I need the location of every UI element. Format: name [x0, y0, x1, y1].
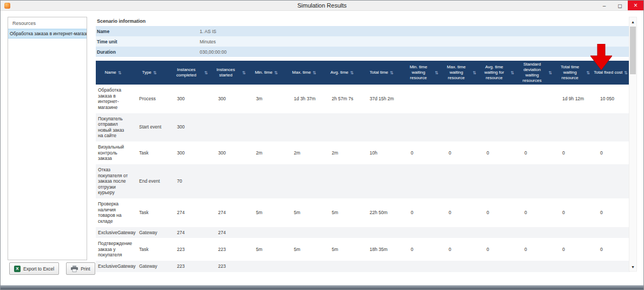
cell: [323, 272, 361, 273]
cell: [516, 85, 554, 113]
scroll-up-icon[interactable]: ▲: [629, 17, 636, 26]
export-to-excel-button[interactable]: X Export to Excel: [9, 262, 59, 275]
window-title: Simulation Results: [1, 2, 643, 9]
column-header[interactable]: Instances started⇅: [209, 61, 247, 85]
cell: 274: [168, 227, 209, 239]
table-row[interactable]: Заказ был отменен на начальном этапеEnd …: [96, 272, 630, 273]
cell: Gateway: [130, 261, 168, 272]
column-header[interactable]: Standard deviation waiting resources⇅: [516, 61, 554, 85]
cell: 0: [402, 198, 440, 227]
cell: 0: [592, 141, 630, 164]
column-header[interactable]: Min. time⇅: [247, 61, 285, 85]
titlebar: Simulation Results – ◻ ×: [1, 1, 643, 11]
column-header-label: Max. time: [292, 70, 311, 75]
sort-icon[interactable]: ⇅: [350, 70, 354, 75]
cell: [554, 261, 592, 272]
vertical-scrollbar[interactable]: ▲ ▼: [629, 17, 637, 272]
column-header[interactable]: Type⇅: [130, 61, 168, 85]
table-row[interactable]: Подтверждение заказа у покупателяTask223…: [96, 238, 630, 261]
scenario-row-label: Duration: [96, 49, 200, 55]
cell: 0: [402, 238, 440, 261]
cell: 300: [209, 141, 247, 164]
cell: [402, 85, 440, 113]
table-row[interactable]: Покупатель отправил новый заказ на сайте…: [96, 113, 630, 142]
sort-icon[interactable]: ⇅: [312, 70, 316, 75]
column-header[interactable]: Avg. time waiting for resource⇅: [478, 61, 516, 85]
cell-name: Подтверждение заказа у покупателя: [96, 238, 130, 261]
cell: [592, 227, 630, 239]
cell: [516, 113, 554, 142]
sidebar-item-process[interactable]: Обработка заказа в интернет-магазине: [8, 29, 87, 38]
cell: [478, 227, 516, 239]
sort-icon[interactable]: ⇅: [510, 70, 514, 75]
table-row[interactable]: Отказ покупателя от заказа после отгрузк…: [96, 164, 630, 198]
cell-name: ExclusiveGateway: [96, 261, 130, 272]
resources-panel: Resources Обработка заказа в интернет-ма…: [8, 17, 87, 260]
table-header-row: Name⇅Type⇅Instances completed⇅Instances …: [96, 61, 630, 85]
cell: 115: [168, 272, 209, 273]
scroll-down-icon[interactable]: ▼: [629, 262, 636, 271]
minimize-button[interactable]: –: [596, 1, 612, 10]
close-button[interactable]: ×: [628, 1, 643, 10]
cell: [402, 272, 440, 273]
cell: [323, 261, 361, 272]
sort-icon[interactable]: ⇅: [390, 70, 393, 75]
cell: [285, 272, 323, 273]
sort-icon[interactable]: ⇅: [118, 70, 122, 75]
table-row[interactable]: ExclusiveGatewayGateway274274: [96, 227, 630, 239]
sort-icon[interactable]: ⇅: [274, 70, 278, 75]
column-header-label: Min. time: [255, 70, 272, 75]
cell: [592, 164, 630, 198]
column-header-label: Max. time waiting resource: [442, 65, 471, 81]
sort-icon[interactable]: ⇅: [624, 70, 628, 75]
print-button[interactable]: Print: [66, 262, 95, 275]
scenario-row: Name1. AS IS: [96, 26, 630, 36]
scrollbar-thumb[interactable]: [630, 27, 636, 74]
simulation-results-window: Simulation Results – ◻ × Resources Обраб…: [0, 0, 644, 290]
table-row[interactable]: Проверка наличия товаров на складеTask27…: [96, 198, 630, 227]
column-header[interactable]: Total time⇅: [361, 61, 402, 85]
cell: 300: [168, 85, 209, 113]
table-row[interactable]: Визуальный контроль заказаTask3003002m2m…: [96, 141, 630, 164]
cell: 0: [554, 198, 592, 227]
sort-icon[interactable]: ⇅: [153, 70, 157, 75]
column-header-label: Name: [104, 70, 116, 75]
cell: 0: [554, 238, 592, 261]
cell: 5m: [323, 238, 361, 261]
cell: 2m: [323, 141, 361, 164]
cell-name: Обработка заказа в интернет-магазине: [96, 85, 130, 113]
sort-icon[interactable]: ⇅: [435, 70, 438, 75]
sort-icon[interactable]: ⇅: [548, 70, 552, 75]
cell: [440, 227, 478, 239]
cell: [554, 164, 592, 198]
sort-icon[interactable]: ⇅: [204, 70, 208, 75]
column-header[interactable]: Max. time⇅: [285, 61, 323, 85]
column-header-label: Instances completed: [170, 67, 202, 78]
column-header[interactable]: Instances completed⇅: [168, 61, 209, 85]
sort-icon[interactable]: ⇅: [242, 70, 246, 75]
cell: 5m: [247, 198, 285, 227]
column-header[interactable]: Total time waiting resource⇅: [554, 61, 592, 85]
column-header[interactable]: Max. time waiting resource⇅: [440, 61, 478, 85]
cell: Gateway: [130, 227, 168, 239]
cell: 223: [168, 261, 209, 272]
cell: [209, 164, 247, 198]
cell-name: ExclusiveGateway: [96, 227, 130, 239]
cell: 223: [209, 238, 247, 261]
sort-icon[interactable]: ⇅: [472, 70, 476, 75]
sort-icon[interactable]: ⇅: [586, 70, 590, 75]
cell: 0: [516, 141, 554, 164]
scenario-rows: Name1. AS ISTime unitMinutesDuration030,…: [96, 26, 630, 57]
cell: 0: [516, 198, 554, 227]
cell: 300: [168, 113, 209, 142]
column-header[interactable]: Name⇅: [96, 61, 130, 85]
maximize-button[interactable]: ◻: [612, 1, 628, 10]
table-row[interactable]: ExclusiveGatewayGateway223223: [96, 261, 630, 272]
column-header[interactable]: Min. time waiting resource⇅: [402, 61, 440, 85]
column-header[interactable]: Avg. time⇅: [323, 61, 361, 85]
cell: [516, 272, 554, 273]
column-header-label: Type: [142, 70, 151, 75]
cell: [361, 164, 402, 198]
table-row[interactable]: Обработка заказа в интернет-магазинеProc…: [96, 85, 630, 113]
cell: [361, 272, 402, 273]
